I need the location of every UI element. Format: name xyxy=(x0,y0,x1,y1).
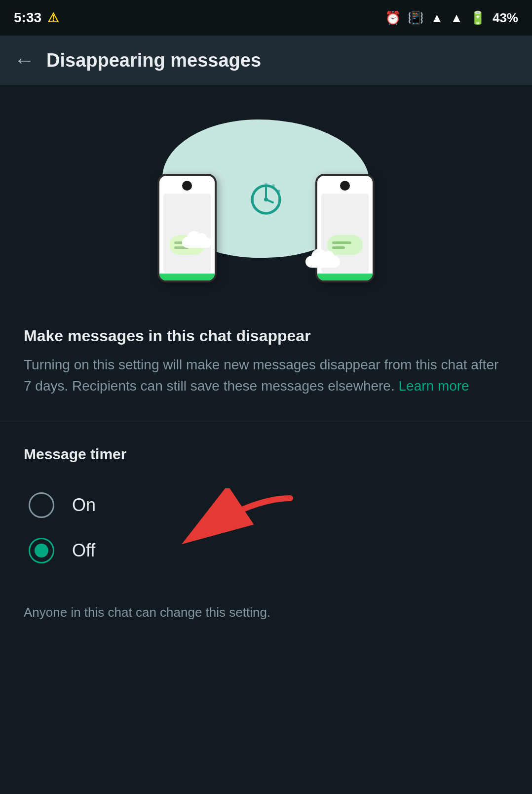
radio-option-on[interactable]: On xyxy=(24,482,508,528)
status-bar: 5:33 ⚠ ⏰ 📳 ▲ ▲ 🔋 43% xyxy=(0,0,532,36)
alarm-icon: ⏰ xyxy=(385,10,401,26)
radio-inner-off xyxy=(35,544,48,557)
battery-level: 43% xyxy=(493,10,518,26)
description-title: Make messages in this chat disappear xyxy=(24,327,508,345)
cloud-2 xyxy=(305,256,340,268)
app-bar: ← Disappearing messages xyxy=(0,36,532,85)
svg-point-5 xyxy=(265,183,267,186)
timer-section: Message timer On Off xyxy=(0,422,532,588)
status-time: 5:33 xyxy=(14,10,41,26)
description-section: Make messages in this chat disappear Tur… xyxy=(0,307,532,422)
svg-point-7 xyxy=(277,190,280,193)
phone-left xyxy=(157,174,217,282)
battery-icon: 🔋 xyxy=(470,10,486,26)
warning-icon: ⚠ xyxy=(47,10,59,26)
svg-point-4 xyxy=(264,198,268,201)
radio-label-on: On xyxy=(72,495,96,516)
learn-more-link[interactable]: Learn more xyxy=(399,378,469,394)
wifi-icon: ▲ xyxy=(430,10,443,26)
radio-option-off[interactable]: Off xyxy=(24,528,508,573)
page-title: Disappearing messages xyxy=(46,50,261,71)
footer-note: Anyone in this chat can change this sett… xyxy=(0,588,532,642)
illustration-area xyxy=(0,85,532,307)
description-text: Turning on this setting will make new me… xyxy=(24,354,508,397)
illustration-container xyxy=(128,115,404,282)
footer-note-text: Anyone in this chat can change this sett… xyxy=(24,605,270,620)
svg-point-6 xyxy=(272,184,275,187)
status-right: ⏰ 📳 ▲ ▲ 🔋 43% xyxy=(385,10,518,26)
vibrate-icon: 📳 xyxy=(408,10,423,26)
cloud-1 xyxy=(182,237,212,248)
status-left: 5:33 ⚠ xyxy=(14,10,59,26)
back-button[interactable]: ← xyxy=(14,50,35,71)
radio-circle-off[interactable] xyxy=(29,538,54,563)
signal-icon: ▲ xyxy=(450,10,463,26)
timer-section-title: Message timer xyxy=(24,446,508,463)
radio-label-off: Off xyxy=(72,540,95,561)
radio-circle-on[interactable] xyxy=(29,492,54,518)
timer-icon xyxy=(246,179,286,218)
